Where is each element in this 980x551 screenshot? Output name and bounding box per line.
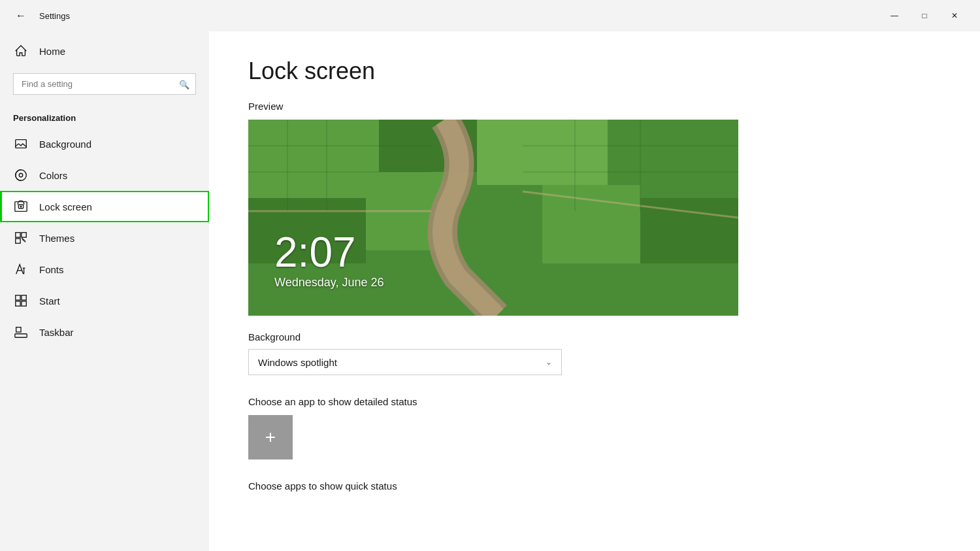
chevron-down-icon: ⌄ [546, 358, 552, 367]
title-bar: ← Settings — □ ✕ [0, 0, 980, 31]
background-label: Background [39, 139, 91, 150]
taskbar-icon [13, 324, 29, 340]
svg-rect-11 [16, 301, 20, 306]
preview-landscape: 2:07 Wednesday, June 26 [248, 120, 738, 316]
svg-rect-12 [22, 301, 26, 306]
title-bar-title: Settings [39, 11, 70, 21]
lock-screen-label: Lock screen [39, 201, 92, 212]
home-label: Home [39, 46, 65, 57]
svg-rect-13 [15, 334, 27, 338]
sidebar-item-start[interactable]: Start [0, 285, 209, 316]
fonts-icon [13, 261, 29, 277]
lock-screen-preview: 2:07 Wednesday, June 26 [248, 120, 738, 316]
plus-icon: + [265, 427, 276, 448]
sidebar: Home 🔍 Personalization Background [0, 31, 209, 551]
lock-screen-icon [13, 199, 29, 214]
sidebar-item-colors[interactable]: Colors [0, 159, 209, 191]
svg-rect-8 [16, 239, 20, 243]
section-label: Personalization [0, 103, 209, 128]
preview-label: Preview [248, 101, 941, 112]
quick-status-label: Choose apps to show quick status [248, 480, 941, 492]
page-title: Lock screen [248, 58, 941, 85]
sidebar-item-home[interactable]: Home [0, 37, 209, 65]
search-input[interactable] [13, 73, 196, 95]
preview-date: Wednesday, June 26 [274, 276, 384, 290]
fonts-label: Fonts [39, 264, 64, 275]
search-container: 🔍 [13, 73, 196, 95]
home-icon [13, 43, 29, 59]
search-icon: 🔍 [179, 79, 189, 89]
themes-icon [13, 230, 29, 246]
window-controls: — □ ✕ [879, 5, 970, 26]
sidebar-item-lock-screen[interactable]: Lock screen [0, 191, 209, 222]
add-app-button[interactable]: + [248, 415, 293, 459]
svg-rect-16 [248, 120, 379, 198]
back-button[interactable]: ← [10, 5, 31, 26]
maximize-button[interactable]: □ [909, 5, 939, 26]
colors-label: Colors [39, 170, 67, 181]
dropdown-value: Windows spotlight [258, 357, 337, 368]
background-dropdown[interactable]: Windows spotlight ⌄ [248, 349, 562, 375]
themes-label: Themes [39, 233, 74, 244]
svg-rect-14 [16, 327, 21, 332]
main-content: Lock screen Preview [209, 31, 980, 551]
background-icon [13, 136, 29, 152]
svg-rect-22 [542, 185, 640, 263]
sidebar-item-taskbar[interactable]: Taskbar [0, 316, 209, 348]
close-button[interactable]: ✕ [939, 5, 970, 26]
svg-rect-7 [22, 233, 26, 237]
sidebar-item-fonts[interactable]: Fonts [0, 254, 209, 285]
detailed-status-label: Choose an app to show detailed status [248, 396, 941, 407]
sidebar-item-themes[interactable]: Themes [0, 222, 209, 254]
svg-point-5 [20, 206, 22, 207]
preview-time: 2:07 [274, 231, 384, 273]
svg-rect-18 [477, 120, 608, 185]
svg-rect-10 [22, 295, 26, 300]
start-icon [13, 293, 29, 309]
preview-overlay: 2:07 Wednesday, June 26 [274, 231, 384, 290]
svg-rect-0 [16, 140, 27, 148]
colors-icon [13, 167, 29, 183]
sidebar-item-background[interactable]: Background [0, 128, 209, 159]
app-body: Home 🔍 Personalization Background [0, 31, 980, 551]
taskbar-label: Taskbar [39, 327, 74, 338]
svg-rect-9 [16, 295, 20, 300]
svg-point-2 [19, 173, 23, 177]
background-section-label: Background [248, 331, 941, 342]
minimize-button[interactable]: — [879, 5, 909, 26]
svg-rect-6 [16, 233, 20, 237]
start-label: Start [39, 295, 60, 307]
